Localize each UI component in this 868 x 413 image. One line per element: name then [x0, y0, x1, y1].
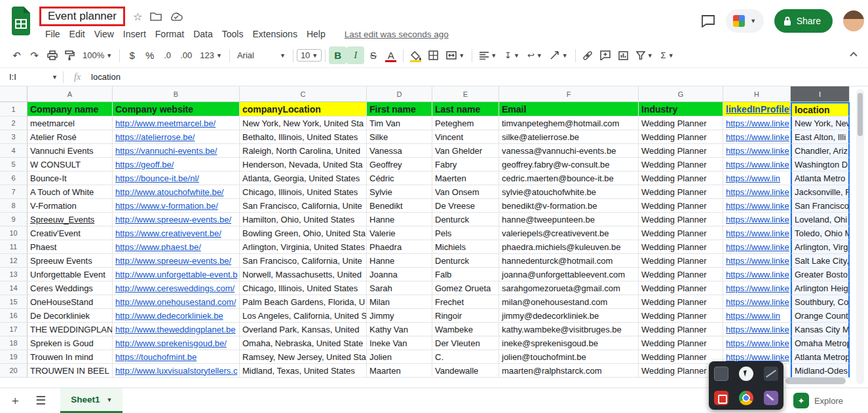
increase-decimals-button[interactable]: .00: [176, 46, 196, 64]
cell-G5[interactable]: Wedding Planner: [639, 158, 723, 171]
cell-C4[interactable]: Raleigh, North Carolina, United: [240, 144, 367, 158]
cell-I6[interactable]: Atlanta Metro: [791, 171, 850, 185]
zoom-select[interactable]: 100%▼: [79, 46, 116, 64]
sheet-menu-icon[interactable]: ▼: [106, 397, 112, 403]
column-header-G[interactable]: G: [639, 86, 723, 102]
text-rotation-icon[interactable]: ▼: [546, 46, 572, 64]
cell-H9[interactable]: https://www.linke: [723, 213, 791, 226]
formula-input[interactable]: location: [91, 72, 121, 82]
cell-B8[interactable]: https://www.v-formation.be/: [113, 199, 240, 213]
horizontal-scrollbar-thumb[interactable]: [785, 378, 846, 384]
cell-I9[interactable]: Loveland, Ohi: [791, 213, 850, 226]
row-number-5[interactable]: 5: [0, 158, 28, 171]
cell-F10[interactable]: valeriepels@creativevent.be: [499, 226, 639, 240]
cell-F16[interactable]: jimmy@dedecorkliniek.be: [499, 309, 639, 323]
row-number-6[interactable]: 6: [0, 171, 28, 185]
cell-D18[interactable]: Ineke Van: [367, 336, 432, 350]
cell-G8[interactable]: Wedding Planner: [639, 199, 723, 213]
cell-H12[interactable]: https://www.linke: [723, 254, 791, 268]
cell-A3[interactable]: Atelier Rosé: [28, 130, 113, 144]
window-icon[interactable]: [714, 367, 728, 381]
cell-C13[interactable]: Norwell, Massachusetts, United: [240, 268, 367, 281]
cell-I3[interactable]: East Alton, Illi: [791, 130, 850, 144]
font-size-select[interactable]: 10▼: [297, 49, 322, 62]
document-title[interactable]: Event planner: [48, 10, 117, 23]
cell-C14[interactable]: Chicago, Illinois, United States: [240, 281, 367, 295]
cell-H13[interactable]: https://www.linke: [723, 268, 791, 281]
cell-H5[interactable]: https://www.linke: [723, 158, 791, 171]
collapse-toolbar-icon[interactable]: [851, 51, 858, 58]
cell-I5[interactable]: Washington D: [791, 158, 850, 171]
cell-A12[interactable]: Spreeuw Events: [28, 254, 113, 268]
avatar[interactable]: [843, 10, 864, 31]
menu-view[interactable]: View: [90, 27, 119, 41]
star-icon[interactable]: ☆: [133, 10, 142, 23]
cell-I13[interactable]: Greater Bosto: [791, 268, 850, 281]
cell-C11[interactable]: Arlington, Virginia, United States: [240, 240, 367, 254]
cell-F15[interactable]: milan@onehousestand.com: [499, 295, 639, 309]
cell-D2[interactable]: Tim Van: [367, 117, 432, 130]
vertical-scrollbar-thumb[interactable]: [858, 93, 863, 136]
cell-I12[interactable]: Salt Lake City,: [791, 254, 850, 268]
cell-B10[interactable]: https://www.creativevent.be/: [113, 226, 240, 240]
cell-F6[interactable]: cedric.maerten@bounce-it.be: [499, 171, 639, 185]
cell-H11[interactable]: https://www.linke: [723, 240, 791, 254]
italic-button[interactable]: I: [347, 46, 364, 64]
cell-D10[interactable]: Valerie: [367, 226, 432, 240]
cell-F11[interactable]: phaedra.michiels@kuleuven.be: [499, 240, 639, 254]
row-number-4[interactable]: 4: [0, 144, 28, 158]
cell-A20[interactable]: TROUWEN IN BEEL: [28, 364, 113, 378]
redo-icon[interactable]: ↷: [26, 46, 43, 64]
cell-C16[interactable]: Los Angeles, California, United S: [240, 309, 367, 323]
cell-D3[interactable]: Silke: [367, 130, 432, 144]
cell-H2[interactable]: https://www.linke: [723, 117, 791, 130]
cell-A9[interactable]: Spreeuw_Events: [28, 213, 113, 226]
folder-move-icon[interactable]: [150, 12, 162, 21]
cell-G12[interactable]: Wedding Planner: [639, 254, 723, 268]
insert-chart-icon[interactable]: [614, 46, 632, 64]
cell-H4[interactable]: https://www.linke: [723, 144, 791, 158]
cell-E18[interactable]: Der Vleuten: [432, 336, 499, 350]
cell-C3[interactable]: Bethalto, Illinois, United States: [240, 130, 367, 144]
cell-D9[interactable]: Hanne: [367, 213, 432, 226]
cell-G15[interactable]: Wedding Planner: [639, 295, 723, 309]
cell-A1[interactable]: Company name: [28, 102, 113, 117]
red-app-icon[interactable]: [714, 391, 728, 405]
menu-extensions[interactable]: Extensions: [248, 27, 301, 41]
cell-E19[interactable]: C.: [432, 350, 499, 364]
functions-button[interactable]: Σ▼: [657, 46, 678, 64]
cell-I15[interactable]: Southbury, Co: [791, 295, 850, 309]
strikethrough-button[interactable]: S: [364, 46, 382, 64]
cell-H6[interactable]: https://www.lin: [723, 171, 791, 185]
brush-icon[interactable]: [764, 391, 778, 405]
cell-C5[interactable]: Henderson, Nevada, United Sta: [240, 158, 367, 171]
row-number-12[interactable]: 12: [0, 254, 28, 268]
cell-A19[interactable]: Trouwen In mind: [28, 350, 113, 364]
cell-H7[interactable]: https://www.linke: [723, 185, 791, 199]
row-number-8[interactable]: 8: [0, 199, 28, 213]
cell-I7[interactable]: Jacksonville, F: [791, 185, 850, 199]
explore-button[interactable]: ✦ Explore: [793, 393, 843, 408]
cell-A16[interactable]: De Decorkliniek: [28, 309, 113, 323]
cell-D16[interactable]: Jimmy: [367, 309, 432, 323]
cell-I17[interactable]: Kansas City M: [791, 323, 850, 336]
menu-format[interactable]: Format: [151, 27, 189, 41]
cell-E15[interactable]: Frechet: [432, 295, 499, 309]
cell-H1[interactable]: linkedInProfileU: [723, 102, 791, 117]
cell-A7[interactable]: A Touch of White: [28, 185, 113, 199]
share-button[interactable]: Share: [774, 9, 833, 33]
cell-B3[interactable]: https://atelierrose.be/: [113, 130, 240, 144]
column-header-I[interactable]: I: [791, 86, 850, 102]
cell-B19[interactable]: https://touchofmint.be: [113, 350, 240, 364]
column-header-H[interactable]: H: [723, 86, 791, 102]
text-wrap-icon[interactable]: ↩▼: [523, 46, 546, 64]
hidden-icons-icon[interactable]: [764, 367, 778, 381]
cell-B1[interactable]: Company website: [113, 102, 240, 117]
colorful-app-button[interactable]: ▼: [726, 9, 764, 33]
cell-E6[interactable]: Maerten: [432, 171, 499, 185]
cell-D1[interactable]: First name: [367, 102, 432, 117]
filter-icon[interactable]: ▼: [632, 46, 657, 64]
cell-F17[interactable]: kathy.wambeke@visitbruges.be: [499, 323, 639, 336]
cell-B15[interactable]: http://www.onehousestand.com/: [113, 295, 240, 309]
cell-D11[interactable]: Phaedra: [367, 240, 432, 254]
